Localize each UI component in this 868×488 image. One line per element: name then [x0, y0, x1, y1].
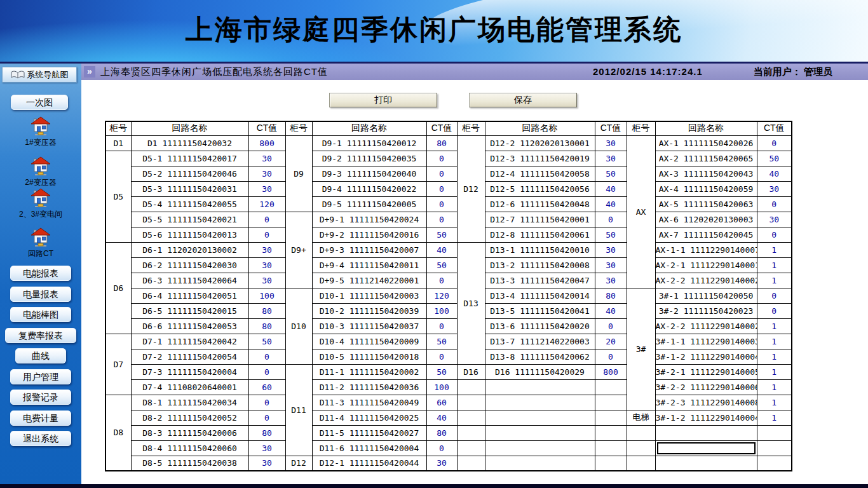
circuit-name-cell[interactable]: D+9-3 11111150420007: [312, 242, 426, 257]
print-button[interactable]: 打印: [329, 93, 437, 107]
ct-value-cell[interactable]: 60: [426, 395, 457, 410]
ct-value-cell[interactable]: 800: [595, 364, 627, 379]
ct-value-cell[interactable]: 0: [248, 395, 285, 410]
ct-value-cell[interactable]: 30: [426, 456, 457, 471]
ct-value-cell[interactable]: 80: [426, 135, 457, 151]
primary-diagram-button[interactable]: 一次图: [11, 95, 68, 110]
circuit-name-cell[interactable]: D8-2 11111150420052: [131, 410, 248, 425]
circuit-name-cell[interactable]: D8-3 11111150420006: [131, 425, 248, 440]
circuit-name-cell[interactable]: [485, 456, 595, 471]
sidebar-button-8[interactable]: 电费计量: [10, 410, 71, 426]
ct-value-cell[interactable]: 80: [248, 318, 285, 334]
ct-value-cell[interactable]: 100: [426, 303, 457, 318]
ct-value-cell[interactable]: 120: [426, 288, 457, 303]
circuit-name-cell[interactable]: AX-2 11111150420065: [655, 151, 757, 166]
circuit-name-cell[interactable]: D+9-1 11111150420024: [312, 212, 426, 227]
circuit-name-cell[interactable]: D9-1 11111150420012: [312, 135, 426, 151]
ct-value-cell[interactable]: 1: [757, 410, 792, 425]
circuit-name-cell[interactable]: 3#-1-1 11112290140003: [655, 334, 757, 349]
ct-value-cell[interactable]: 0: [248, 227, 285, 242]
ct-value-cell[interactable]: 0: [248, 349, 285, 364]
circuit-name-cell[interactable]: AX-7 11111150420045: [655, 227, 757, 242]
circuit-name-cell[interactable]: D11-4 11111150420025: [312, 410, 426, 425]
ct-value-cell[interactable]: 0: [248, 410, 285, 425]
circuit-name-cell[interactable]: D+9-2 11111150420016: [312, 227, 426, 242]
ct-value-cell[interactable]: 30: [248, 181, 285, 196]
circuit-name-cell[interactable]: D13-1 11111150420010: [485, 242, 595, 257]
sidebar-nav-item-4[interactable]: 回路CT: [0, 227, 81, 259]
circuit-name-cell[interactable]: D8-4 11111150420060: [131, 440, 248, 456]
ct-value-cell[interactable]: 0: [426, 166, 457, 181]
ct-value-cell[interactable]: 0: [426, 273, 457, 288]
ct-value-cell[interactable]: [757, 456, 792, 471]
ct-value-cell[interactable]: 0: [595, 349, 627, 364]
ct-value-cell[interactable]: 30: [248, 257, 285, 273]
sidebar-nav-item-3[interactable]: 2、3#变电间: [0, 188, 81, 220]
circuit-name-cell[interactable]: D6-2 11111150420030: [131, 257, 248, 273]
circuit-name-cell[interactable]: D11-6 11111150420004: [312, 440, 426, 456]
ct-value-cell[interactable]: 0: [426, 151, 457, 166]
circuit-name-cell[interactable]: D5-1 11111150420017: [131, 151, 248, 166]
circuit-name-cell[interactable]: 3#-1-2 11112290140004: [655, 349, 757, 364]
circuit-name-cell[interactable]: D13-8 11111150420062: [485, 349, 595, 364]
ct-value-cell[interactable]: 80: [248, 303, 285, 318]
circuit-name-cell[interactable]: D5-6 11111150420013: [131, 227, 248, 242]
circuit-name-cell[interactable]: D12-8 11111150420061: [485, 227, 595, 242]
ct-value-cell[interactable]: 30: [248, 456, 285, 471]
circuit-name-cell[interactable]: 3#-2-3 11112290140008: [655, 395, 757, 410]
ct-value-cell[interactable]: 40: [595, 196, 627, 212]
ct-value-cell[interactable]: 40: [757, 166, 792, 181]
circuit-name-cell[interactable]: D10-3 11111150420037: [312, 318, 426, 334]
ct-value-cell[interactable]: 1: [757, 334, 792, 349]
sidebar-button-7[interactable]: 报警记录: [10, 390, 71, 405]
ct-value-cell[interactable]: 30: [248, 151, 285, 166]
circuit-name-cell[interactable]: D13-5 11111150420041: [485, 303, 595, 318]
ct-value-cell[interactable]: [595, 456, 627, 471]
ct-value-cell[interactable]: 0: [426, 440, 457, 456]
circuit-name-cell[interactable]: D10-1 11111150420003: [312, 288, 426, 303]
circuit-name-cell[interactable]: AX-2-1 11112290140001: [655, 257, 757, 273]
ct-value-cell[interactable]: [595, 395, 627, 410]
circuit-name-cell[interactable]: D1 11111150420032: [131, 135, 248, 151]
circuit-name-cell[interactable]: D9-4 11111150420022: [312, 181, 426, 196]
ct-value-cell[interactable]: 40: [595, 181, 627, 196]
circuit-name-cell[interactable]: D6-6 11111150420053: [131, 318, 248, 334]
circuit-name-cell[interactable]: 3#-2-1 11112290140005: [655, 364, 757, 379]
ct-value-cell[interactable]: 30: [595, 242, 627, 257]
circuit-name-cell[interactable]: D5-2 11111150420046: [131, 166, 248, 181]
circuit-name-cell[interactable]: D12-2 11202020130001: [485, 135, 595, 151]
ct-value-cell[interactable]: [595, 440, 627, 456]
circuit-name-cell[interactable]: D5-4 11111150420055: [131, 196, 248, 212]
circuit-name-cell[interactable]: D12-1 11111150420044: [312, 456, 426, 471]
ct-value-cell[interactable]: 60: [248, 379, 285, 395]
ct-value-cell[interactable]: 1: [757, 273, 792, 288]
sidebar-button-2[interactable]: 电量报表: [10, 287, 71, 302]
circuit-name-cell[interactable]: D12-5 11111150420056: [485, 181, 595, 196]
ct-value-cell[interactable]: 20: [595, 334, 627, 349]
circuit-name-cell[interactable]: D12-7 11111150420001: [485, 212, 595, 227]
ct-value-cell[interactable]: 0: [757, 227, 792, 242]
ct-value-cell[interactable]: 0: [248, 364, 285, 379]
circuit-name-cell[interactable]: AX-2-2 11112290140002: [655, 318, 757, 334]
circuit-name-cell[interactable]: D7-4 11108020640001: [131, 379, 248, 395]
ct-value-cell[interactable]: 0: [757, 288, 792, 303]
circuit-name-cell[interactable]: AX-2-2 11112290140002: [655, 273, 757, 288]
circuit-name-cell[interactable]: D6-1 11202020130002: [131, 242, 248, 257]
sidebar-button-1[interactable]: 电能报表: [10, 266, 71, 281]
circuit-name-cell[interactable]: [485, 425, 595, 440]
sidebar-button-6[interactable]: 用户管理: [10, 369, 71, 384]
circuit-name-cell-focused[interactable]: [655, 440, 757, 456]
ct-value-cell[interactable]: 800: [248, 135, 285, 151]
ct-value-cell[interactable]: 40: [426, 242, 457, 257]
circuit-name-cell[interactable]: 3#-2 11111150420023: [655, 303, 757, 318]
ct-value-cell[interactable]: 30: [248, 273, 285, 288]
ct-value-cell[interactable]: 100: [426, 379, 457, 395]
sidebar-button-3[interactable]: 电能棒图: [10, 307, 71, 322]
ct-value-cell[interactable]: 1: [757, 318, 792, 334]
circuit-name-cell[interactable]: 3#-1 11111150420050: [655, 288, 757, 303]
ct-value-cell[interactable]: [595, 425, 627, 440]
ct-value-cell[interactable]: 0: [595, 212, 627, 227]
sidebar-nav-item-1[interactable]: 1#变压器: [0, 116, 81, 148]
circuit-name-cell[interactable]: AX-3 11111150420043: [655, 166, 757, 181]
ct-value-cell[interactable]: 30: [248, 242, 285, 257]
